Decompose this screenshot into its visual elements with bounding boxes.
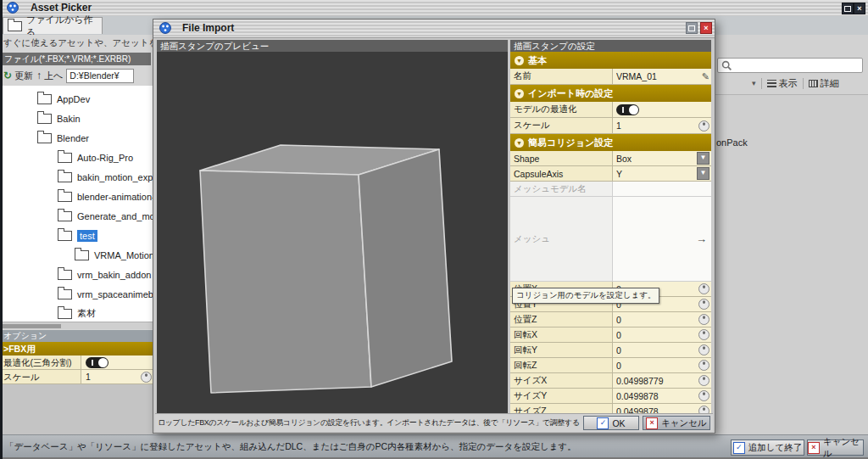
info-text: すぐに使えるアセットや、アセットを作るためにに — [3, 37, 154, 49]
field-label: Shape — [510, 151, 613, 166]
asset-list[interactable]: onPack — [715, 94, 868, 434]
dropdown-icon[interactable]: ▼ — [697, 152, 709, 165]
numeric-field[interactable]: 0.0499878 — [613, 404, 711, 413]
optimize-row: モデルの最適化 — [510, 102, 711, 118]
add-finish-button[interactable]: ✓ 追加して終了 — [731, 439, 804, 456]
tree-item-label: Bakin — [57, 114, 81, 124]
path-select[interactable]: D:¥Blender¥ — [66, 69, 134, 83]
spinner-icon[interactable] — [698, 283, 709, 294]
close-icon[interactable]: × — [700, 22, 712, 34]
check-icon: ✓ — [733, 442, 745, 454]
option-label: 最適化(三角分割) — [0, 355, 81, 370]
numeric-field[interactable]: 0.0499878 — [613, 389, 711, 404]
scrollbar-thumb[interactable] — [2, 324, 61, 328]
close-icon[interactable]: × — [854, 3, 865, 14]
dialog-footer: ロップしたFBXのスケールおよび簡易コリジョンの設定を行います。インポートされた… — [155, 413, 713, 432]
capsule-axis-select[interactable]: Y ▼ — [613, 166, 711, 182]
folder-icon — [37, 114, 52, 124]
section-collision[interactable]: ▼ 簡易コリジョン設定 — [510, 134, 711, 151]
section-import-settings[interactable]: ▼ インポート時の設定 — [510, 85, 711, 102]
spinner-icon[interactable] — [698, 329, 709, 340]
options-header: オプション — [0, 330, 154, 342]
spinner-icon[interactable] — [698, 390, 709, 401]
settings-row: 回転Y 0 — [510, 343, 711, 358]
search-input[interactable] — [717, 58, 863, 73]
field-label: 位置Z — [510, 312, 613, 327]
spinner-icon[interactable] — [698, 299, 709, 310]
chevron-down-icon[interactable]: ▾ — [752, 79, 756, 87]
name-field[interactable]: VRMA_01 ✎ — [613, 69, 711, 85]
section-basic[interactable]: ▼ 基本 — [510, 52, 711, 69]
screen: Asset Picker × ファイルから作る すぐに使えるアセットや、アセット… — [0, 0, 868, 459]
asset-picker-titlebar[interactable]: Asset Picker × — [0, 0, 868, 17]
tree-item[interactable]: test — [0, 226, 154, 245]
up-button[interactable]: ↑ 上へ — [36, 70, 63, 82]
cancel-button[interactable]: × キャンセル — [807, 439, 864, 456]
tree-item[interactable]: 素材 — [0, 304, 154, 322]
folder-icon — [37, 133, 52, 143]
spinner-icon[interactable] — [698, 344, 709, 355]
search-icon — [721, 60, 732, 71]
field-label: メッシュ — [510, 197, 613, 282]
shape-row: Shape Box ▼ — [510, 151, 711, 166]
detail-button[interactable]: 詳細 — [809, 77, 839, 90]
settings-header: 描画スタンプの設定 — [510, 40, 711, 52]
dropdown-icon[interactable]: ▼ — [697, 167, 709, 180]
tree-item[interactable]: vrm_bakin_addon — [0, 265, 154, 284]
window-edge — [0, 0, 3, 459]
numeric-field[interactable]: 0 — [613, 343, 711, 358]
folder-icon — [58, 211, 72, 221]
scale-field[interactable]: 1 — [613, 118, 711, 134]
spinner-icon[interactable] — [698, 314, 709, 325]
folder-tree[interactable]: AppDev Bakin Blender Auto-Rig_Pro bakin_… — [0, 86, 154, 322]
mesh-field[interactable]: → — [613, 197, 711, 282]
spinner-icon[interactable] — [698, 360, 709, 371]
numeric-field[interactable]: 0 — [613, 312, 711, 327]
tree-item[interactable]: blender-animation- — [0, 187, 154, 206]
numeric-field[interactable]: 0 — [613, 358, 711, 373]
tree-item[interactable]: VRMA_Motion — [0, 245, 154, 265]
refresh-button[interactable]: ↻ 更新 — [3, 70, 33, 82]
tab-create-from-file[interactable]: ファイルから作る — [3, 17, 103, 34]
asset-item-partial[interactable]: onPack — [716, 137, 748, 148]
pencil-icon[interactable]: ✎ — [702, 72, 709, 81]
optimize-toggle[interactable] — [616, 104, 639, 115]
folder-icon — [58, 309, 72, 319]
spinner-icon[interactable] — [698, 120, 709, 132]
preview-header: 描画スタンプのプレビュー — [157, 40, 508, 52]
display-button[interactable]: 表示 — [767, 77, 798, 90]
cancel-button[interactable]: × キャンセル — [643, 416, 710, 430]
arrow-right-icon[interactable]: → — [696, 232, 707, 245]
maximize-icon[interactable] — [842, 3, 854, 14]
tree-item-label: AppDev — [57, 94, 90, 104]
settings-row: サイズX 0.04998779 — [510, 373, 711, 389]
spinner-icon[interactable] — [141, 372, 152, 383]
settings-row: サイズY 0.0499878 — [510, 389, 711, 404]
tree-item[interactable]: AppDev — [0, 89, 154, 109]
ok-button[interactable]: ✓ OK — [583, 416, 639, 430]
folder-icon — [58, 172, 72, 182]
mesh-model-field — [613, 182, 711, 197]
numeric-field[interactable]: 0.04998779 — [613, 373, 711, 389]
horizontal-scrollbar[interactable] — [0, 322, 154, 329]
tree-item[interactable]: Generate_and_mo — [0, 206, 154, 226]
option-row-scale: スケール 1 — [0, 370, 154, 384]
tree-item[interactable]: bakin_motion_expo — [0, 167, 154, 187]
option-row-optimize: 最適化(三角分割) — [0, 355, 154, 370]
settings-column: ▼ 基本 名前 VRMA_01 ✎ ▼ インポート時の設定 モデルの最適化 — [510, 52, 711, 413]
field-label: 回転Z — [510, 358, 613, 373]
tree-item[interactable]: vrm_spaceanimeba — [0, 284, 154, 304]
option-value[interactable]: 1 — [81, 370, 154, 384]
optimize-toggle[interactable] — [86, 357, 108, 368]
shape-select[interactable]: Box ▼ — [613, 151, 711, 166]
dialog-titlebar[interactable]: File Import × — [153, 20, 715, 38]
spinner-icon[interactable] — [698, 375, 709, 386]
spinner-icon[interactable] — [698, 406, 709, 413]
tree-item[interactable]: Bakin — [0, 109, 154, 128]
numeric-field[interactable]: 0 — [613, 327, 711, 343]
preview-viewport[interactable] — [157, 52, 508, 413]
restore-icon[interactable] — [686, 22, 698, 34]
options-group-header[interactable]: >FBX用 — [0, 342, 154, 355]
tree-item[interactable]: Auto-Rig_Pro — [0, 148, 154, 167]
tree-item[interactable]: Blender — [0, 128, 154, 148]
